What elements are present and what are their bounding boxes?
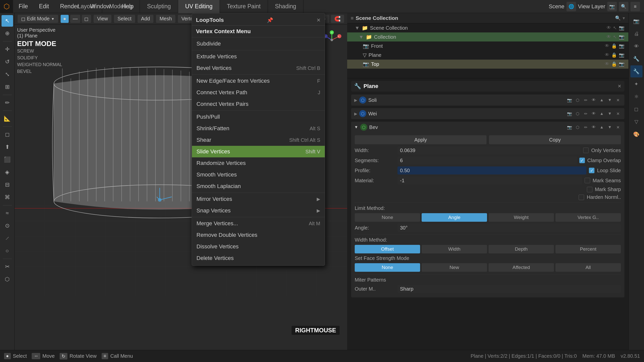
outliner-plane[interactable]: ▽ Plane 👁 🔒 📷 [347, 51, 628, 60]
width-percent-btn[interactable]: Percent [555, 245, 621, 253]
annotate-btn[interactable]: ✏ [2, 97, 13, 109]
looptools-pin-icon[interactable]: 📌 [267, 17, 273, 23]
bevel-btn[interactable]: ◈ [2, 166, 13, 178]
weighted-render-btn[interactable]: ⬡ [574, 110, 581, 117]
width-width-btn[interactable]: Width [422, 245, 487, 253]
width-depth-btn[interactable]: Depth [489, 245, 554, 253]
props-object-btn[interactable]: ◻ [630, 103, 642, 115]
outliner-top[interactable]: 📷 Top 👁 🔒 📷 [347, 60, 628, 69]
mesh-menu[interactable]: Mesh [156, 15, 175, 23]
mark-seams-checkbox[interactable] [585, 178, 590, 183]
tab-modeling[interactable]: Modeling [102, 0, 140, 13]
shear-btn[interactable]: ⟋ [2, 233, 13, 244]
knife-btn[interactable]: ⌘ [2, 192, 13, 203]
extrude-btn[interactable]: ⬆ [2, 141, 13, 153]
view-menu[interactable]: View [94, 15, 111, 23]
rotate-btn[interactable]: ↺ [2, 56, 13, 68]
cursor-btn[interactable]: ⊕ [2, 28, 13, 39]
outliner-search-icon[interactable]: 🔍 [615, 15, 621, 21]
solidify-camera-btn[interactable]: 📷 [566, 97, 573, 104]
snap-btn[interactable]: 🧲 [331, 15, 344, 23]
solidify-down-btn[interactable]: ▼ [606, 97, 613, 104]
poly-build-btn[interactable]: ⬡ [2, 274, 13, 285]
menu-item-extrude[interactable]: Extrude Vertices [192, 51, 325, 62]
bevel-up-btn[interactable]: ▲ [598, 124, 605, 131]
top-vis-icon[interactable]: 👁 [605, 61, 609, 67]
tab-texture-paint[interactable]: Texture Paint [220, 0, 268, 13]
to-sphere-btn[interactable]: ○ [2, 245, 13, 257]
limit-weight-btn[interactable]: Weight [489, 213, 554, 222]
collection-sel-icon[interactable]: ↖ [613, 34, 617, 40]
solidify-render-btn[interactable]: ⬡ [574, 97, 581, 104]
top-render-icon[interactable]: 📷 [619, 61, 624, 67]
outliner-front[interactable]: 📷 Front 👁 🔒 📷 [347, 41, 628, 51]
menu-item-delete[interactable]: Delete Vertices [192, 252, 325, 264]
menu-item-shear[interactable]: Shear Shift Ctrl Alt S [192, 134, 325, 146]
scale-btn[interactable]: ⤡ [2, 69, 13, 80]
menu-item-mirror[interactable]: Mirror Vertices ▶ [192, 193, 325, 205]
collection-render-icon[interactable]: 📷 [619, 34, 624, 40]
front-render-icon[interactable]: 📷 [619, 43, 624, 49]
select-menu[interactable]: Select [114, 15, 135, 23]
copy-button[interactable]: Copy [489, 135, 621, 144]
props-material-btn[interactable]: 🎨 [630, 128, 642, 140]
menu-item-new-edge[interactable]: New Edge/Face from Vertices F [192, 75, 325, 87]
menu-item-randomize[interactable]: Randomize Vertices [192, 157, 325, 169]
menu-item-bevel[interactable]: Bevel Vertices Shift Ctrl B [192, 62, 325, 74]
menu-item-slide[interactable]: Slide Vertices Shift V [192, 146, 325, 157]
rip-btn[interactable]: ✂ [2, 261, 13, 273]
outliner-filter-icon[interactable]: ▾ [623, 15, 625, 21]
weighted-camera-btn[interactable]: 📷 [566, 110, 573, 117]
limit-angle-btn[interactable]: Angle [422, 213, 487, 222]
weighted-vis-btn[interactable]: 👁 [590, 110, 597, 117]
weighted-close-btn[interactable]: ✕ [614, 110, 621, 117]
visibility-icon[interactable]: 👁 [607, 25, 611, 31]
inset-btn[interactable]: ⬛ [2, 154, 13, 165]
apply-button[interactable]: Apply [355, 135, 487, 144]
strength-affected-btn[interactable]: Affected [489, 263, 554, 272]
transform-btn[interactable]: ⊞ [2, 81, 13, 93]
front-vis-icon[interactable]: 👁 [605, 43, 609, 49]
vert-mode-btn[interactable]: ● [61, 15, 69, 23]
mark-sharp-checkbox[interactable] [587, 187, 592, 192]
select-tool-btn[interactable]: ↖ [2, 15, 13, 27]
solidify-up-btn[interactable]: ▲ [598, 97, 605, 104]
measure-btn[interactable]: 📐 [2, 113, 13, 124]
plane-restrict-icon[interactable]: 🔒 [611, 52, 617, 58]
bevel-down-btn[interactable]: ▼ [606, 124, 613, 131]
harden-normals-checkbox[interactable] [579, 195, 584, 200]
profile-input[interactable]: 0.50 [397, 166, 586, 174]
menu-item-smooth[interactable]: Smooth Vertices [192, 169, 325, 180]
limit-none-btn[interactable]: None [355, 213, 420, 222]
props-view-btn[interactable]: 👁 [630, 40, 642, 52]
menu-file[interactable]: File [13, 0, 33, 13]
solidify-edit-btn[interactable]: ✏ [582, 97, 589, 104]
menu-item-smooth-laplacian[interactable]: Smooth Laplacian [192, 180, 325, 192]
weighted-expand[interactable]: ▶ [354, 111, 357, 116]
bevel-edit-btn[interactable]: ✏ [582, 124, 589, 131]
mode-selector[interactable]: ◻ Edit Mode ▼ [18, 15, 58, 23]
limit-vertex-btn[interactable]: Vertex G.. [555, 213, 621, 222]
loop-slide-checkbox[interactable] [589, 168, 594, 173]
collection-vis-icon[interactable]: 👁 [607, 34, 611, 40]
tab-layout[interactable]: Layout [70, 0, 102, 13]
view-layer-selector[interactable]: View Layer [578, 3, 605, 10]
close-panel-icon[interactable]: ✕ [618, 83, 621, 89]
props-physics-btn[interactable]: ⚛ [630, 90, 642, 103]
props-mesh-btn[interactable]: ▽ [630, 116, 642, 128]
shrink-btn[interactable]: ⊙ [2, 220, 13, 232]
bevel-vis-btn[interactable]: 👁 [590, 124, 597, 131]
menu-item-push-pull[interactable]: Push/Pull [192, 111, 325, 123]
segments-input[interactable]: 6 [397, 156, 577, 164]
weighted-up-btn[interactable]: ▲ [598, 110, 605, 117]
bevel-render-btn[interactable]: ⬡ [574, 124, 581, 131]
menu-item-remove-double[interactable]: Remove Double Vertices [192, 229, 325, 241]
clamp-overlap-checkbox[interactable] [579, 158, 585, 163]
select-icon[interactable]: ↖ [613, 25, 617, 31]
bevel-close-btn[interactable]: ✕ [614, 124, 621, 131]
scene-selector[interactable]: Scene [549, 3, 564, 10]
menu-item-connect-pairs[interactable]: Connect Vertex Pairs [192, 98, 325, 110]
menu-item-snap[interactable]: Snap Vertices ▶ [192, 205, 325, 216]
strength-none-btn[interactable]: None [355, 263, 420, 272]
width-offset-btn[interactable]: Offset [355, 245, 420, 253]
